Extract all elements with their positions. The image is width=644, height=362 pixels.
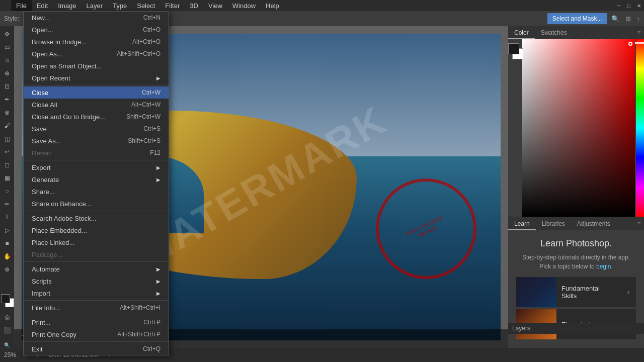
- color-selector[interactable]: [0, 294, 14, 308]
- tool-stamp[interactable]: ◫: [1, 133, 13, 145]
- menu-item-search-stock-label: Search Adobe Stock...: [32, 215, 160, 222]
- select-mask-button[interactable]: Select and Mask...: [547, 13, 607, 24]
- close-button[interactable]: ✕: [634, 0, 644, 11]
- window-controls: ─ □ ✕: [614, 0, 644, 11]
- menu-item-export-label: Export: [32, 164, 156, 171]
- menu-item-new-label: New...: [32, 14, 143, 22]
- tool-gradient[interactable]: ▦: [1, 172, 13, 184]
- tool-move[interactable]: ✥: [1, 28, 13, 40]
- menu-select[interactable]: Select: [132, 0, 160, 11]
- menu-item-open[interactable]: Open... Ctrl+O: [24, 24, 169, 36]
- menu-item-save-label: Save: [32, 125, 143, 133]
- menu-item-generate[interactable]: Generate ▶: [24, 173, 169, 186]
- menu-item-close-label: Close: [32, 89, 142, 97]
- foreground-color[interactable]: [1, 294, 10, 303]
- tool-history-brush[interactable]: ↩: [1, 146, 13, 158]
- menu-separator-3: [24, 211, 169, 211]
- tool-text[interactable]: T: [1, 211, 13, 223]
- color-panel: Color Swatches ≡: [508, 26, 644, 217]
- tool-eraser[interactable]: ◻: [1, 159, 13, 171]
- view-icon[interactable]: ⊞: [625, 15, 631, 23]
- tab-adjustments[interactable]: Adjustments: [571, 218, 616, 230]
- menu-file[interactable]: File: [11, 0, 32, 11]
- menu-item-save[interactable]: Save Ctrl+S: [24, 123, 169, 135]
- menu-separator-6: [24, 315, 169, 315]
- menu-item-share-behance[interactable]: Share on Behance...: [24, 198, 169, 210]
- menu-separator-7: [24, 341, 169, 342]
- menu-layer[interactable]: Layer: [82, 0, 108, 11]
- menu-3d[interactable]: 3D: [185, 0, 203, 11]
- menu-item-scripts-label: Scripts: [32, 278, 156, 285]
- search-tools-icon[interactable]: 🔍: [4, 342, 10, 348]
- menu-item-print-shortcut: Ctrl+P: [143, 319, 160, 326]
- menu-type[interactable]: Type: [108, 0, 132, 11]
- layers-tab-bar: Layers: [508, 323, 644, 334]
- tool-crop[interactable]: ⊡: [1, 80, 13, 93]
- menu-item-file-info[interactable]: File Info... Alt+Shift+Ctrl+I: [24, 302, 169, 314]
- screen-mode-button[interactable]: ⬛: [1, 324, 13, 336]
- tool-pen[interactable]: ✏: [1, 198, 13, 210]
- menu-item-exit[interactable]: Exit Ctrl+Q: [24, 343, 169, 355]
- menu-item-place-linked[interactable]: Place Linked...: [24, 236, 169, 248]
- tutorial-fundamental[interactable]: Fundamental Skills ›: [516, 277, 636, 307]
- menu-item-open-smart[interactable]: Open as Smart Object...: [24, 60, 169, 72]
- menu-item-scripts[interactable]: Scripts ▶: [24, 275, 169, 287]
- menu-item-share[interactable]: Share...: [24, 186, 169, 198]
- menu-item-place-embedded[interactable]: Place Embedded...: [24, 224, 169, 236]
- tool-brush[interactable]: 🖌: [1, 120, 13, 132]
- share-icon[interactable]: ↑: [637, 15, 640, 23]
- menu-item-place-embedded-label: Place Embedded...: [32, 227, 160, 234]
- menu-item-close[interactable]: Close Ctrl+W: [24, 86, 169, 99]
- maximize-button[interactable]: □: [624, 0, 634, 11]
- menu-image[interactable]: Image: [53, 0, 81, 11]
- learn-panel-menu-icon[interactable]: ≡: [634, 217, 644, 230]
- tab-swatches[interactable]: Swatches: [535, 27, 573, 39]
- tab-learn[interactable]: Learn: [508, 218, 536, 230]
- color-fg-swatch[interactable]: [508, 43, 519, 54]
- menu-item-new[interactable]: New... Ctrl+N: [24, 12, 169, 24]
- quick-mask-button[interactable]: ◎: [1, 311, 13, 323]
- tool-eyedropper[interactable]: ✒: [1, 94, 13, 106]
- tool-path-select[interactable]: ▷: [1, 224, 13, 236]
- menu-item-open-recent[interactable]: Open Recent ▶: [24, 72, 169, 84]
- tab-layers[interactable]: Layers: [512, 325, 530, 332]
- tool-zoom[interactable]: ⊕: [1, 263, 13, 276]
- import-arrow-icon: ▶: [156, 291, 160, 296]
- menu-window[interactable]: Window: [227, 0, 261, 11]
- tool-lasso[interactable]: ⌾: [1, 54, 13, 66]
- menu-item-open-as[interactable]: Open As... Alt+Shift+Ctrl+O: [24, 48, 169, 60]
- menu-item-export[interactable]: Export ▶: [24, 161, 169, 173]
- menu-item-close-all[interactable]: Close All Alt+Ctrl+W: [24, 99, 169, 111]
- right-panel: Color Swatches ≡: [508, 26, 644, 348]
- search-icon[interactable]: 🔍: [611, 15, 619, 23]
- menu-item-close-go-bridge[interactable]: Close and Go to Bridge... Shift+Ctrl+W: [24, 111, 169, 123]
- menu-item-print-one[interactable]: Print One Copy Alt+Shift+Ctrl+P: [24, 328, 169, 340]
- menu-item-save-as[interactable]: Save As... Shift+Ctrl+S: [24, 135, 169, 147]
- tab-libraries[interactable]: Libraries: [536, 218, 571, 230]
- menu-item-import[interactable]: Import ▶: [24, 287, 169, 299]
- menu-filter[interactable]: Filter: [160, 0, 185, 11]
- menu-item-search-stock[interactable]: Search Adobe Stock...: [24, 212, 169, 224]
- color-panel-menu-icon[interactable]: ≡: [634, 26, 644, 39]
- tool-quick-select[interactable]: ⊕: [1, 67, 13, 79]
- menu-edit[interactable]: Edit: [32, 0, 53, 11]
- menu-item-exit-shortcut: Ctrl+Q: [143, 345, 160, 352]
- tool-spot-heal[interactable]: ⊗: [1, 107, 13, 119]
- menu-item-browse-bridge[interactable]: Browse in Bridge... Alt+Ctrl+O: [24, 36, 169, 48]
- menu-item-close-go-bridge-shortcut: Shift+Ctrl+W: [126, 113, 160, 120]
- tool-hand[interactable]: ✋: [1, 250, 13, 262]
- menu-item-open-label: Open...: [32, 26, 143, 34]
- menu-item-print-label: Print...: [32, 319, 143, 326]
- color-gradient-picker[interactable]: [522, 39, 644, 217]
- menu-item-automate[interactable]: Automate ▶: [24, 263, 169, 275]
- tool-marquee[interactable]: ▭: [1, 41, 13, 53]
- menu-item-browse-bridge-label: Browse in Bridge...: [32, 38, 132, 46]
- menu-item-print[interactable]: Print... Ctrl+P: [24, 316, 169, 328]
- tool-shape[interactable]: ■: [1, 237, 13, 249]
- menu-help[interactable]: Help: [261, 0, 284, 11]
- menu-item-open-recent-label: Open Recent: [32, 74, 156, 82]
- minimize-button[interactable]: ─: [614, 0, 624, 11]
- tab-color[interactable]: Color: [508, 27, 535, 39]
- tool-dodge[interactable]: ○: [1, 185, 13, 197]
- menu-view[interactable]: View: [203, 0, 227, 11]
